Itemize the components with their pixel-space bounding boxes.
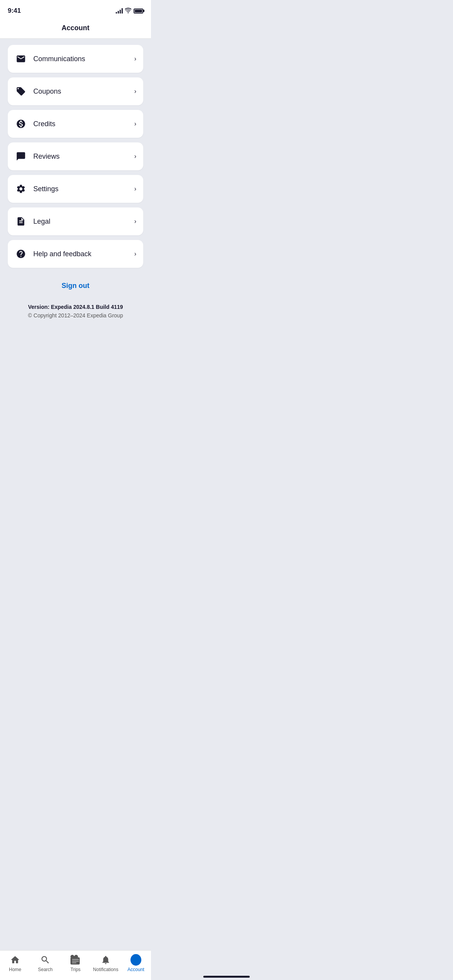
status-icons: [116, 8, 143, 14]
menu-item-communications[interactable]: Communications ›: [8, 45, 143, 73]
chat-icon: [15, 150, 27, 163]
menu-item-reviews[interactable]: Reviews ›: [8, 142, 143, 170]
chevron-right-icon: ›: [134, 88, 136, 95]
coupons-label: Coupons: [33, 87, 134, 96]
status-time: 9:41: [8, 7, 21, 15]
dollar-circle-icon: [15, 118, 27, 130]
menu-item-settings[interactable]: Settings ›: [8, 175, 143, 203]
question-circle-icon: [15, 248, 27, 260]
sign-out-container: Sign out: [8, 272, 143, 296]
menu-item-legal[interactable]: Legal ›: [8, 207, 143, 235]
status-bar: 9:41: [0, 0, 151, 19]
credits-label: Credits: [33, 120, 134, 128]
mail-icon: [15, 53, 27, 65]
copyright-text: © Copyright 2012–2024 Expedia Group: [15, 312, 136, 319]
chevron-right-icon: ›: [134, 153, 136, 160]
signal-icon: [116, 8, 123, 14]
document-icon: [15, 215, 27, 228]
chevron-right-icon: ›: [134, 218, 136, 225]
content-area: Communications › Coupons › Credits › Rev…: [0, 39, 151, 366]
communications-label: Communications: [33, 55, 134, 63]
version-info: Version: Expedia 2024.8.1 Build 4119 © C…: [8, 296, 143, 325]
help-label: Help and feedback: [33, 250, 134, 258]
menu-item-coupons[interactable]: Coupons ›: [8, 77, 143, 105]
wifi-icon: [125, 8, 131, 14]
reviews-label: Reviews: [33, 152, 134, 161]
menu-item-credits[interactable]: Credits ›: [8, 110, 143, 138]
chevron-right-icon: ›: [134, 185, 136, 192]
chevron-right-icon: ›: [134, 55, 136, 62]
chevron-right-icon: ›: [134, 250, 136, 257]
menu-item-help[interactable]: Help and feedback ›: [8, 240, 143, 268]
sign-out-button[interactable]: Sign out: [62, 282, 89, 290]
tag-icon: [15, 85, 27, 98]
chevron-right-icon: ›: [134, 120, 136, 127]
version-text: Version: Expedia 2024.8.1 Build 4119: [15, 304, 136, 310]
page-title: Account: [62, 24, 89, 32]
page-header: Account: [0, 19, 151, 39]
settings-label: Settings: [33, 185, 134, 193]
legal-label: Legal: [33, 218, 134, 226]
battery-icon: [134, 9, 143, 14]
gear-icon: [15, 183, 27, 195]
